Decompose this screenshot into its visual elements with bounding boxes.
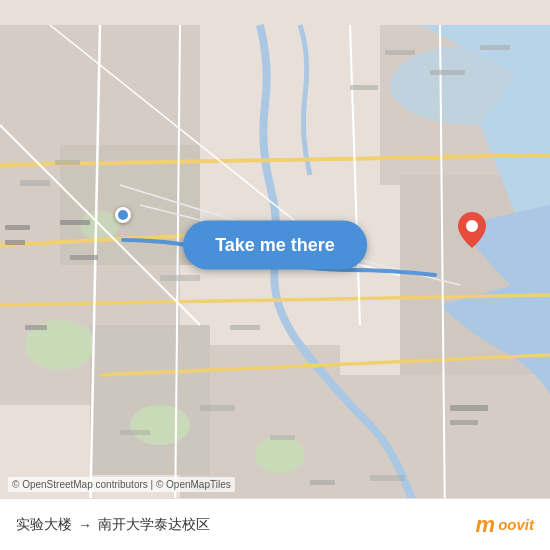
svg-rect-31 — [120, 430, 150, 435]
svg-rect-45 — [230, 325, 260, 330]
svg-rect-36 — [430, 70, 465, 75]
moovit-logo: m oovit — [476, 512, 534, 538]
svg-point-12 — [255, 437, 305, 473]
bottom-bar: 实验大楼 → 南开大学泰达校区 m oovit — [0, 498, 550, 550]
map-container: Take me there © OpenStreetMap contributo… — [0, 0, 550, 550]
svg-rect-7 — [90, 325, 210, 475]
svg-rect-42 — [25, 325, 47, 330]
svg-rect-46 — [310, 480, 335, 485]
arrow-icon: → — [78, 517, 92, 533]
svg-rect-32 — [270, 435, 295, 440]
svg-rect-27 — [20, 180, 50, 186]
svg-rect-28 — [55, 160, 80, 165]
destination-marker — [458, 212, 486, 252]
svg-rect-38 — [5, 225, 30, 230]
destination-label: 南开大学泰达校区 — [98, 516, 210, 534]
svg-rect-39 — [5, 240, 25, 245]
svg-point-11 — [130, 405, 190, 445]
moovit-logo-text: oovit — [498, 516, 534, 533]
svg-rect-40 — [60, 220, 90, 225]
take-me-there-button[interactable]: Take me there — [183, 221, 367, 270]
svg-rect-29 — [160, 275, 200, 281]
origin-label: 实验大楼 — [16, 516, 72, 534]
svg-rect-43 — [450, 405, 488, 411]
svg-rect-44 — [450, 420, 478, 425]
svg-point-48 — [466, 220, 478, 232]
svg-rect-41 — [70, 255, 98, 260]
svg-rect-30 — [200, 405, 235, 411]
route-label: 实验大楼 → 南开大学泰达校区 — [16, 516, 210, 534]
origin-marker — [115, 207, 131, 223]
svg-rect-33 — [370, 475, 405, 481]
svg-rect-35 — [350, 85, 378, 90]
svg-rect-34 — [385, 50, 415, 55]
moovit-logo-letter: m — [476, 512, 496, 538]
svg-rect-37 — [480, 45, 510, 50]
map-attribution: © OpenStreetMap contributors | © OpenMap… — [8, 477, 235, 492]
